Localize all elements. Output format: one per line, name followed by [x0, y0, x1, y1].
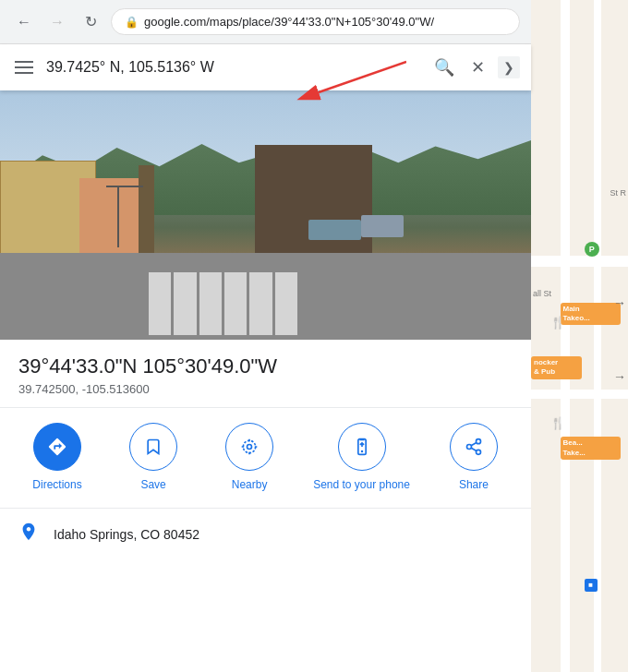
collapse-button[interactable]: ❯ — [498, 56, 520, 78]
send-to-phone-icon-circle — [338, 423, 386, 471]
search-button[interactable]: 🔍 — [430, 54, 458, 81]
clear-button[interactable]: ✕ — [467, 54, 489, 81]
map-poi-nocker: nocker& Pub — [531, 356, 582, 379]
refresh-button[interactable]: ↻ — [78, 9, 103, 35]
location-address: Idaho Springs, CO 80452 — [54, 527, 199, 542]
hamburger-menu[interactable] — [11, 57, 37, 78]
coordinates-dms: 39°44'33.0"N 105°30'49.0"W — [18, 354, 513, 378]
svg-line-9 — [471, 448, 477, 450]
svg-point-3 — [243, 440, 255, 452]
map-direction-arrow-2: → — [613, 369, 626, 384]
search-input[interactable] — [46, 59, 421, 76]
map-poi-bea: Bea...Take... — [561, 437, 621, 460]
share-label: Share — [459, 478, 489, 493]
map-label-all-st: all St — [533, 289, 551, 298]
map-restaurant-icon: 🍴 — [550, 316, 565, 330]
map-label-st-r: St R — [610, 188, 626, 198]
location-row: Idaho Springs, CO 80452 — [0, 509, 531, 560]
nearby-button[interactable]: Nearby — [217, 423, 282, 493]
url-text: google.com/maps/place/39°44'33.0"N+105°3… — [144, 15, 434, 29]
address-bar[interactable]: 🔒 google.com/maps/place/39°44'33.0"N+105… — [111, 8, 520, 35]
svg-point-7 — [466, 445, 471, 450]
send-to-phone-label: Send to your phone — [313, 478, 410, 493]
svg-point-6 — [476, 439, 480, 444]
nearby-icon-circle — [225, 423, 273, 471]
directions-label: Directions — [32, 478, 81, 493]
lock-icon: 🔒 — [125, 16, 139, 29]
share-button[interactable]: Share — [441, 423, 506, 493]
action-buttons: Directions Save Nearby — [0, 408, 531, 509]
map-blue-marker: ■ — [585, 579, 598, 592]
left-panel: ← → ↻ 🔒 google.com/maps/place/39°44'33.0… — [0, 0, 531, 672]
svg-line-10 — [471, 442, 477, 445]
back-button[interactable]: ← — [11, 9, 37, 35]
map-road-vertical-1 — [561, 0, 570, 672]
save-icon-circle — [129, 423, 177, 471]
map-background — [531, 0, 628, 672]
search-panel: 🔍 ✕ ❯ — [0, 44, 531, 90]
location-pin-icon — [18, 522, 39, 547]
map-road-vertical-2 — [594, 0, 601, 672]
nearby-label: Nearby — [232, 478, 268, 493]
map-road-horizontal-1 — [531, 256, 628, 267]
browser-chrome: ← → ↻ 🔒 google.com/maps/place/39°44'33.0… — [0, 0, 531, 44]
forward-button[interactable]: → — [44, 9, 70, 35]
street-view-image[interactable] — [0, 90, 531, 340]
right-map-panel[interactable]: all St St R 15th Ave MainTakeo... nocker… — [531, 0, 628, 672]
save-label: Save — [140, 478, 165, 493]
svg-point-8 — [476, 450, 480, 454]
svg-point-2 — [248, 445, 252, 450]
share-icon-circle — [450, 423, 498, 471]
directions-icon-circle — [33, 423, 81, 471]
save-button[interactable]: Save — [121, 423, 186, 493]
info-section: 39°44'33.0"N 105°30'49.0"W 39.742500, -1… — [0, 340, 531, 408]
map-restaurant-icon-2: 🍴 — [550, 416, 565, 430]
map-green-marker: P — [585, 242, 599, 257]
directions-button[interactable]: Directions — [25, 423, 90, 493]
map-road-horizontal-2 — [531, 390, 628, 399]
map-direction-arrow: → — [613, 295, 626, 310]
map-poi-main-takeo: MainTakeo... — [561, 303, 621, 326]
coordinates-decimal: 39.742500, -105.513600 — [18, 382, 513, 396]
send-to-phone-button[interactable]: Send to your phone — [313, 423, 410, 493]
